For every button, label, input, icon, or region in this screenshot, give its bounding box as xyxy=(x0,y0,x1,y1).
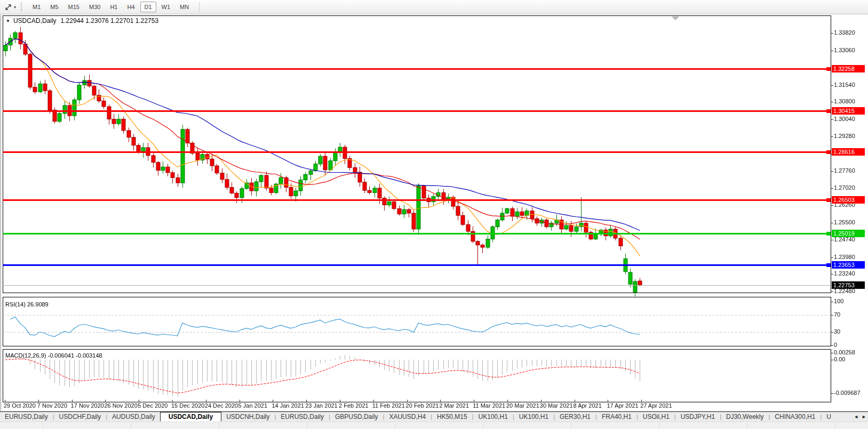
date-axis-label: 26 Nov 2020 xyxy=(104,402,137,409)
chart-tab-usdjpy-h1[interactable]: USDJPY,H1 xyxy=(676,412,720,421)
date-axis-label: 20 Feb 2021 xyxy=(406,402,439,409)
price-axis-tick: 1.31540 xyxy=(834,82,855,88)
chart-tab-usdcad-daily[interactable]: USDCAD,Daily xyxy=(160,412,221,422)
price-axis-tick: 1.27760 xyxy=(834,167,855,174)
tab-scroll-controls: ◄ ► xyxy=(854,414,866,419)
price-axis-tick: 1.29280 xyxy=(834,133,855,139)
rsi-axis-tick: 0 xyxy=(834,342,837,348)
status-pane-separator xyxy=(395,423,395,428)
chart-tab-usdchf-daily[interactable]: USDCHF,Daily xyxy=(54,412,106,421)
chart-title: ▼USDCAD,Daily1.22944 1.23076 1.22701 1.2… xyxy=(6,17,158,25)
macd-axis-tick: -0.009687 xyxy=(834,390,861,396)
date-axis-label: 2 Mar 2021 xyxy=(439,402,469,409)
chart-tab-bar: EURUSD,Daily|USDCHF,Daily|AUDUSD,DailyUS… xyxy=(0,411,868,422)
toolbar-separator xyxy=(199,2,200,12)
price-axis-tick: 1.30800 xyxy=(834,98,855,104)
price-level-badge: 1.26503 xyxy=(832,196,865,204)
price-level-badge: 1.22753 xyxy=(832,281,865,289)
status-pane-separator xyxy=(131,423,131,428)
price-level-badge: 1.23653 xyxy=(832,261,865,269)
date-axis-label: 7 Nov 2020 xyxy=(37,402,67,409)
date-axis-label: 5 Dec 2020 xyxy=(138,402,168,409)
chart-tab-eurusd-daily[interactable]: EURUSD,Daily xyxy=(276,412,329,421)
date-axis-label: 30 Mar 2021 xyxy=(540,402,573,409)
status-pane-separator xyxy=(835,423,835,428)
date-axis-label: 14 Jan 2021 xyxy=(272,402,304,409)
date-axis-label: 17 Nov 2020 xyxy=(71,402,104,409)
chart-ohlc-values: 1.22944 1.23076 1.22701 1.22753 xyxy=(61,17,159,25)
chart-tab-uk100-h1[interactable]: UK100,H1 xyxy=(474,412,513,421)
date-axis-label: 11 Feb 2021 xyxy=(372,402,405,409)
toolbar-grip xyxy=(21,3,23,11)
chart-tab-china300-h1[interactable]: CHINA300,H1 xyxy=(770,412,820,421)
price-axis-tick: 1.33820 xyxy=(834,29,855,36)
chart-tab-usdcnh-daily[interactable]: USDCNH,Daily xyxy=(221,412,274,421)
status-pane-separator xyxy=(219,423,219,428)
chart-tab-ger30-h1[interactable]: GER30,H1 xyxy=(555,412,595,421)
date-axis-label: 5 Jan 2021 xyxy=(238,402,267,409)
price-level-badge: 1.25019 xyxy=(832,230,865,237)
date-axis-label: 29 Oct 2020 xyxy=(4,402,36,409)
status-bar xyxy=(0,422,868,429)
timeframe-button-h1[interactable]: H1 xyxy=(106,2,122,12)
price-level-badge: 1.30415 xyxy=(832,107,865,115)
rsi-axis-tick: 70 xyxy=(834,311,840,318)
date-axis-label: 8 Apr 2021 xyxy=(574,402,602,409)
timeframe-toolbar: ▾ M1M5M15M30H1H4D1W1MN xyxy=(0,0,868,14)
macd-axis-tick: 0.00258 xyxy=(834,349,855,355)
macd-indicator-label: MACD(12,26,9) -0.006041 -0.003148 xyxy=(5,352,102,359)
timeframe-button-m15[interactable]: M15 xyxy=(64,2,84,12)
macd-axis-tick: 0.00 xyxy=(834,356,845,362)
timeframe-button-w1[interactable]: W1 xyxy=(157,2,175,12)
status-pane-separator xyxy=(571,423,571,428)
status-pane-separator xyxy=(307,423,307,428)
rsi-axis-tick: 30 xyxy=(834,328,840,335)
rsi-axis-tick: 100 xyxy=(834,298,843,304)
chart-tab-usoil-h1[interactable]: USOil,H1 xyxy=(638,412,674,421)
chart-tab-gbpusd-daily[interactable]: GBPUSD,Daily xyxy=(330,412,383,421)
date-axis-label: 20 Mar 2021 xyxy=(506,402,539,409)
price-level-badge: 1.28616 xyxy=(832,148,865,156)
status-pane-separator xyxy=(43,423,43,428)
tool-dropdown-caret-icon[interactable]: ▾ xyxy=(14,5,16,10)
status-pane-separator xyxy=(659,423,659,428)
price-axis-tick: 1.30040 xyxy=(834,116,855,122)
date-axis-label: 24 Dec 2020 xyxy=(205,402,238,409)
date-axis-label: 15 Dec 2020 xyxy=(171,402,204,409)
date-axis-label: 11 Mar 2021 xyxy=(473,402,505,409)
chart-tab-audusd-daily[interactable]: AUDUSD,Daily xyxy=(107,412,160,421)
date-axis-label: 17 Apr 2021 xyxy=(607,402,638,409)
tab-scroll-right-button[interactable]: ► xyxy=(862,414,866,419)
price-axis-tick: 1.23980 xyxy=(834,254,855,260)
chart-tab-uk100-h1[interactable]: UK100,H1 xyxy=(514,412,553,421)
price-axis-tick: 1.25500 xyxy=(834,219,855,225)
date-axis-label: 23 Jan 2021 xyxy=(305,402,338,409)
timeframe-button-m30[interactable]: M30 xyxy=(85,2,105,12)
crosshair-tool-icon[interactable] xyxy=(3,2,13,12)
chart-canvas[interactable] xyxy=(0,0,868,429)
chart-tab-dj30-weekly[interactable]: DJ30,Weekly xyxy=(721,412,768,421)
timeframe-buttons: M1M5M15M30H1H4D1W1MN xyxy=(28,2,194,12)
price-axis-tick: 1.33060 xyxy=(834,47,855,53)
tab-scroll-left-button[interactable]: ◄ xyxy=(854,414,858,419)
price-axis-tick: 1.27020 xyxy=(834,184,855,191)
price-level-badge: 1.32258 xyxy=(832,65,865,72)
timeframe-button-m5[interactable]: M5 xyxy=(46,2,62,12)
price-axis-tick: 1.23240 xyxy=(834,270,855,277)
chart-symbol-label: USDCAD,Daily xyxy=(13,17,57,25)
chart-tab-hk50-m15[interactable]: HK50,M15 xyxy=(432,412,472,421)
date-axis-label: 27 Apr 2021 xyxy=(640,402,672,409)
date-axis-label: 2 Feb 2021 xyxy=(339,402,369,409)
timeframe-button-d1[interactable]: D1 xyxy=(140,2,156,12)
chart-tabs: EURUSD,Daily|USDCHF,Daily|AUDUSD,DailyUS… xyxy=(0,412,836,422)
status-pane-separator xyxy=(747,423,747,428)
chart-tab-eurusd-daily[interactable]: EURUSD,Daily xyxy=(0,412,53,421)
chart-menu-icon[interactable]: ▼ xyxy=(6,19,10,23)
timeframe-button-mn[interactable]: MN xyxy=(176,2,193,12)
rsi-indicator-label: RSI(14) 26.9089 xyxy=(5,301,49,307)
timeframe-button-h4[interactable]: H4 xyxy=(123,2,139,12)
chart-tab-fra40-h1[interactable]: FRA40,H1 xyxy=(597,412,636,421)
chart-tab-xauusd-h4[interactable]: XAUUSD,H4 xyxy=(384,412,431,421)
chart-tab-u[interactable]: U xyxy=(822,412,836,421)
timeframe-button-m1[interactable]: M1 xyxy=(28,2,45,12)
